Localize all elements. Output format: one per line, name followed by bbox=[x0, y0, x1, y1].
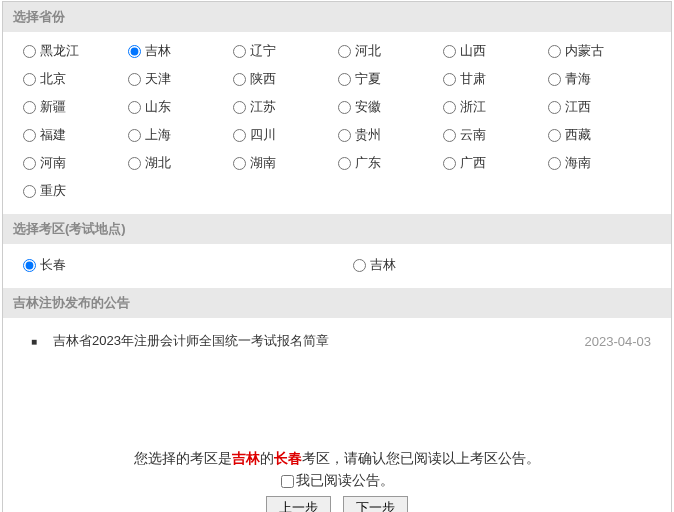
province-item-内蒙古[interactable]: 内蒙古 bbox=[548, 42, 653, 60]
confirm-checkbox[interactable] bbox=[281, 475, 294, 488]
province-label: 北京 bbox=[40, 70, 66, 88]
province-item-山东[interactable]: 山东 bbox=[128, 98, 233, 116]
province-radio[interactable] bbox=[23, 101, 36, 114]
province-item-黑龙江[interactable]: 黑龙江 bbox=[23, 42, 128, 60]
province-radio[interactable] bbox=[233, 73, 246, 86]
province-item-宁夏[interactable]: 宁夏 bbox=[338, 70, 443, 88]
district-radio[interactable] bbox=[23, 259, 36, 272]
province-radio[interactable] bbox=[548, 129, 561, 142]
province-item-广西[interactable]: 广西 bbox=[443, 154, 548, 172]
bullet-icon: ■ bbox=[31, 336, 37, 347]
province-item-青海[interactable]: 青海 bbox=[548, 70, 653, 88]
province-label: 河北 bbox=[355, 42, 381, 60]
province-radio[interactable] bbox=[23, 45, 36, 58]
province-row: 河南湖北湖南广东广西海南 bbox=[23, 154, 651, 172]
prev-button[interactable] bbox=[266, 496, 331, 512]
province-radio[interactable] bbox=[233, 45, 246, 58]
province-radio[interactable] bbox=[233, 157, 246, 170]
province-label: 安徽 bbox=[355, 98, 381, 116]
province-radio[interactable] bbox=[128, 101, 141, 114]
province-radio[interactable] bbox=[443, 45, 456, 58]
province-item-江西[interactable]: 江西 bbox=[548, 98, 653, 116]
province-radio[interactable] bbox=[128, 73, 141, 86]
province-item-新疆[interactable]: 新疆 bbox=[23, 98, 128, 116]
province-radio[interactable] bbox=[23, 129, 36, 142]
province-radio[interactable] bbox=[443, 101, 456, 114]
province-item-河北[interactable]: 河北 bbox=[338, 42, 443, 60]
province-item-吉林[interactable]: 吉林 bbox=[128, 42, 233, 60]
province-radio[interactable] bbox=[233, 101, 246, 114]
province-item-陕西[interactable]: 陕西 bbox=[233, 70, 338, 88]
district-label: 吉林 bbox=[370, 256, 396, 274]
province-radio[interactable] bbox=[548, 45, 561, 58]
province-label: 广东 bbox=[355, 154, 381, 172]
province-item-江苏[interactable]: 江苏 bbox=[233, 98, 338, 116]
province-item-西藏[interactable]: 西藏 bbox=[548, 126, 653, 144]
province-radio[interactable] bbox=[443, 157, 456, 170]
province-label: 江西 bbox=[565, 98, 591, 116]
province-item-浙江[interactable]: 浙江 bbox=[443, 98, 548, 116]
next-button[interactable] bbox=[343, 496, 408, 512]
announcement-title[interactable]: 吉林省2023年注册会计师全国统一考试报名简章 bbox=[53, 332, 329, 350]
province-radio[interactable] bbox=[548, 157, 561, 170]
province-radio[interactable] bbox=[128, 129, 141, 142]
province-item-海南[interactable]: 海南 bbox=[548, 154, 653, 172]
checkbox-label: 我已阅读公告。 bbox=[296, 472, 394, 488]
confirm-middle: 的 bbox=[260, 450, 274, 466]
province-radio[interactable] bbox=[338, 129, 351, 142]
announcement-area: ■吉林省2023年注册会计师全国统一考试报名简章2023-04-03 bbox=[3, 318, 671, 438]
province-radio[interactable] bbox=[23, 157, 36, 170]
province-label: 甘肃 bbox=[460, 70, 486, 88]
province-label: 重庆 bbox=[40, 182, 66, 200]
province-item-贵州[interactable]: 贵州 bbox=[338, 126, 443, 144]
province-label: 宁夏 bbox=[355, 70, 381, 88]
province-label: 陕西 bbox=[250, 70, 276, 88]
province-radio[interactable] bbox=[128, 45, 141, 58]
province-label: 湖南 bbox=[250, 154, 276, 172]
province-radio[interactable] bbox=[233, 129, 246, 142]
district-item-吉林[interactable]: 吉林 bbox=[353, 256, 396, 274]
province-item-天津[interactable]: 天津 bbox=[128, 70, 233, 88]
province-radio[interactable] bbox=[338, 101, 351, 114]
province-radio[interactable] bbox=[548, 73, 561, 86]
province-item-上海[interactable]: 上海 bbox=[128, 126, 233, 144]
province-item-四川[interactable]: 四川 bbox=[233, 126, 338, 144]
province-item-广东[interactable]: 广东 bbox=[338, 154, 443, 172]
province-label: 福建 bbox=[40, 126, 66, 144]
district-radio[interactable] bbox=[353, 259, 366, 272]
province-item-安徽[interactable]: 安徽 bbox=[338, 98, 443, 116]
province-label: 江苏 bbox=[250, 98, 276, 116]
province-radio[interactable] bbox=[443, 73, 456, 86]
province-radio[interactable] bbox=[338, 157, 351, 170]
province-label: 贵州 bbox=[355, 126, 381, 144]
province-label: 上海 bbox=[145, 126, 171, 144]
province-item-辽宁[interactable]: 辽宁 bbox=[233, 42, 338, 60]
province-item-重庆[interactable]: 重庆 bbox=[23, 182, 128, 200]
district-item-长春[interactable]: 长春 bbox=[23, 256, 353, 274]
province-item-福建[interactable]: 福建 bbox=[23, 126, 128, 144]
province-item-湖南[interactable]: 湖南 bbox=[233, 154, 338, 172]
province-radio[interactable] bbox=[23, 185, 36, 198]
province-item-河南[interactable]: 河南 bbox=[23, 154, 128, 172]
announcement-item: ■吉林省2023年注册会计师全国统一考试报名简章2023-04-03 bbox=[23, 332, 651, 350]
province-radio[interactable] bbox=[23, 73, 36, 86]
province-item-云南[interactable]: 云南 bbox=[443, 126, 548, 144]
province-radio[interactable] bbox=[443, 129, 456, 142]
province-row: 重庆 bbox=[23, 182, 651, 200]
province-grid: 黑龙江吉林辽宁河北山西内蒙古北京天津陕西宁夏甘肃青海新疆山东江苏安徽浙江江西福建… bbox=[3, 32, 671, 214]
province-radio[interactable] bbox=[548, 101, 561, 114]
province-item-甘肃[interactable]: 甘肃 bbox=[443, 70, 548, 88]
province-label: 山东 bbox=[145, 98, 171, 116]
province-item-山西[interactable]: 山西 bbox=[443, 42, 548, 60]
province-label: 湖北 bbox=[145, 154, 171, 172]
province-label: 西藏 bbox=[565, 126, 591, 144]
province-label: 云南 bbox=[460, 126, 486, 144]
province-radio[interactable] bbox=[128, 157, 141, 170]
province-item-北京[interactable]: 北京 bbox=[23, 70, 128, 88]
province-label: 浙江 bbox=[460, 98, 486, 116]
province-radio[interactable] bbox=[338, 45, 351, 58]
province-item-湖北[interactable]: 湖北 bbox=[128, 154, 233, 172]
announcement-section-header: 吉林注协发布的公告 bbox=[3, 288, 671, 318]
province-row: 北京天津陕西宁夏甘肃青海 bbox=[23, 70, 651, 88]
province-radio[interactable] bbox=[338, 73, 351, 86]
